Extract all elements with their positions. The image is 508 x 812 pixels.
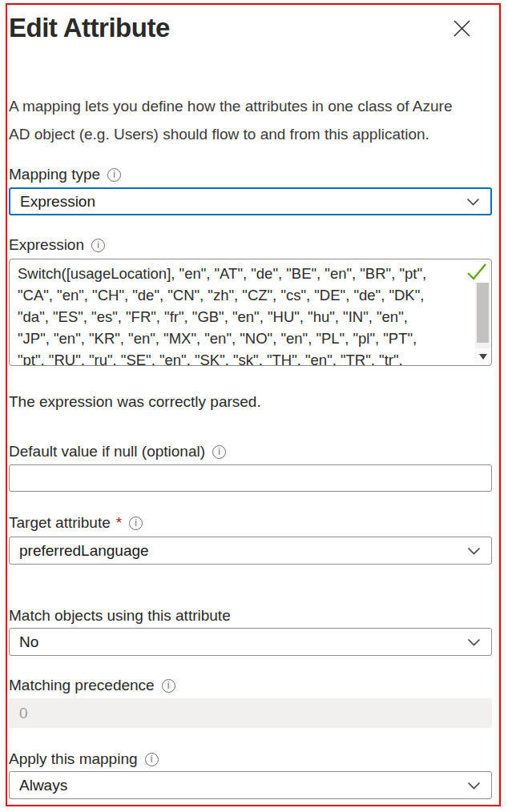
- info-icon[interactable]: i: [145, 753, 159, 766]
- close-icon[interactable]: [451, 18, 473, 39]
- edit-attribute-panel: Edit Attribute A mapping lets you define…: [6, 3, 501, 806]
- apply-mapping-label-row: Apply this mapping i: [9, 750, 492, 768]
- matching-precedence-input: [9, 698, 492, 728]
- mapping-type-value: Expression: [20, 193, 95, 211]
- expression-label: Expression: [9, 236, 84, 254]
- match-objects-dropdown[interactable]: No: [9, 628, 492, 656]
- match-objects-label-row: Match objects using this attribute: [9, 607, 492, 625]
- validation-message: The expression was correctly parsed.: [9, 393, 492, 411]
- expression-textarea[interactable]: Switch([usageLocation], "en", "AT", "de"…: [9, 259, 492, 366]
- chevron-down-icon: [466, 195, 480, 208]
- mapping-type-dropdown[interactable]: Expression: [9, 187, 492, 215]
- apply-mapping-dropdown[interactable]: Always: [9, 771, 492, 799]
- matching-precedence-label: Matching precedence: [9, 677, 155, 694]
- target-attribute-value: preferredLanguage: [19, 542, 149, 560]
- info-icon[interactable]: i: [91, 239, 105, 252]
- panel-header: Edit Attribute: [9, 5, 492, 44]
- default-value-label: Default value if null (optional): [9, 443, 205, 460]
- chevron-down-icon: [467, 635, 481, 649]
- info-icon[interactable]: i: [129, 517, 143, 530]
- required-asterisk: *: [116, 514, 122, 532]
- chevron-down-icon: [467, 778, 481, 792]
- info-icon[interactable]: i: [212, 445, 226, 459]
- match-objects-label: Match objects using this attribute: [9, 607, 231, 625]
- target-attribute-dropdown[interactable]: preferredLanguage: [9, 537, 492, 565]
- default-value-label-row: Default value if null (optional) i: [9, 443, 492, 460]
- target-attribute-label-row: Target attribute * i: [9, 514, 492, 532]
- apply-mapping-label: Apply this mapping: [9, 750, 138, 768]
- info-icon[interactable]: i: [162, 679, 175, 693]
- scrollbar-thumb[interactable]: [477, 282, 489, 343]
- default-value-input[interactable]: [9, 464, 492, 492]
- expression-value: Switch([usageLocation], "en", "AT", "de"…: [10, 259, 475, 365]
- expression-label-row: Expression i: [9, 236, 492, 254]
- mapping-type-label: Mapping type: [9, 166, 100, 183]
- match-objects-value: No: [19, 633, 38, 651]
- triangle-down-icon: [479, 354, 487, 360]
- target-attribute-label: Target attribute: [9, 514, 111, 532]
- description: A mapping lets you define how the attrib…: [9, 92, 492, 148]
- matching-precedence-label-row: Matching precedence i: [9, 677, 492, 694]
- apply-mapping-value: Always: [19, 777, 67, 794]
- scroll-down-button[interactable]: [475, 348, 490, 364]
- page-title: Edit Attribute: [9, 12, 170, 44]
- expression-valid-check-icon: [465, 262, 489, 283]
- mapping-type-label-row: Mapping type i: [9, 166, 492, 183]
- chevron-down-icon: [467, 544, 481, 557]
- info-icon[interactable]: i: [107, 168, 121, 182]
